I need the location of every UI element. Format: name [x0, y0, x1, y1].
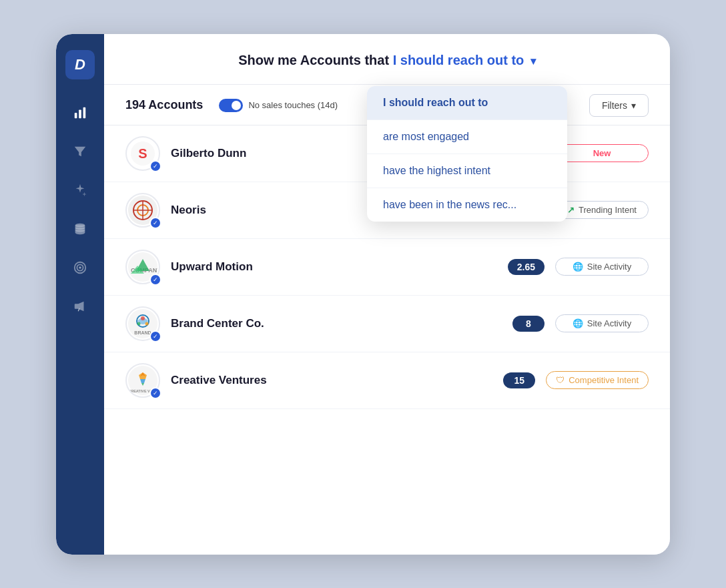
company-logo-container: S ✓: [125, 136, 160, 171]
header-title: Show me Accounts that I should reach out…: [125, 53, 649, 68]
status-badge: 🛡 Competitive Intent: [546, 371, 649, 389]
globe-icon: 🌐: [573, 262, 583, 272]
app-logo: D: [65, 50, 95, 79]
status-badge: 🌐 Site Activity: [555, 258, 649, 276]
toggle-label: No sales touches (14d): [248, 100, 338, 110]
svg-point-22: [137, 322, 141, 325]
svg-point-21: [141, 316, 145, 320]
svg-rect-2: [83, 107, 86, 118]
svg-rect-1: [79, 109, 81, 118]
company-logo-container: ✓: [125, 193, 160, 228]
score-badge: 15: [503, 372, 535, 388]
verified-badge: ✓: [149, 160, 161, 172]
score-badge: 8: [512, 316, 544, 332]
status-badge: 🌐 Site Activity: [555, 314, 649, 332]
company-logo-container: COMPANY N ✓: [125, 250, 160, 284]
company-name: Creative Ventures: [171, 374, 492, 387]
no-sales-touches-toggle[interactable]: [219, 99, 243, 112]
sidebar-item-sparkle[interactable]: [65, 176, 95, 205]
shield-icon: 🛡: [556, 375, 565, 385]
status-badge: New: [555, 144, 649, 162]
main-content: Show me Accounts that I should reach out…: [104, 34, 670, 555]
svg-text:S: S: [138, 146, 147, 161]
sidebar-item-megaphone[interactable]: [65, 292, 95, 321]
company-logo-container: CREATIVE VENT ✓: [125, 363, 160, 398]
toggle-row: No sales touches (14d): [219, 99, 338, 112]
svg-text:BRAND: BRAND: [134, 330, 151, 335]
svg-point-23: [145, 322, 149, 325]
dropdown-item-engaged[interactable]: are most engaged: [367, 120, 567, 154]
verified-badge: ✓: [149, 274, 161, 286]
table-row[interactable]: BRAND ✓ Brand Center Co. 8 🌐 Site Ac: [104, 296, 670, 352]
dropdown-item-highest-intent[interactable]: have the highest intent: [367, 154, 567, 188]
verified-badge: ✓: [149, 387, 161, 399]
company-name: Brand Center Co.: [171, 317, 502, 330]
sidebar-item-funnel[interactable]: [65, 137, 95, 166]
svg-rect-0: [75, 113, 77, 118]
filters-button[interactable]: Filters ▾: [589, 94, 649, 117]
company-logo-container: BRAND ✓: [125, 306, 160, 341]
chevron-down-icon: ▾: [530, 55, 536, 67]
header-area: Show me Accounts that I should reach out…: [104, 34, 670, 85]
score-badge: 2.65: [508, 259, 544, 275]
status-badge: ↗ Trending Intent: [555, 201, 649, 219]
app-container: D Show me Accounts that I should reach: [56, 34, 670, 555]
dropdown-item-reach-out[interactable]: I should reach out to: [367, 86, 567, 120]
chevron-down-icon: ▾: [631, 100, 636, 111]
sidebar-item-target[interactable]: [65, 253, 95, 282]
filter-dropdown-trigger[interactable]: I should reach out to ▾: [393, 53, 536, 67]
sidebar: D: [56, 34, 104, 555]
table-row[interactable]: CREATIVE VENT ✓ Creative Ventures 15 🛡 C…: [104, 352, 670, 409]
table-row[interactable]: COMPANY N ✓ Upward Motion 2.65 🌐 Site Ac…: [104, 239, 670, 296]
verified-badge: ✓: [149, 330, 161, 342]
globe-icon: 🌐: [573, 318, 583, 328]
sidebar-item-analytics[interactable]: [65, 98, 95, 127]
verified-badge: ✓: [149, 217, 161, 229]
sidebar-item-database[interactable]: [65, 214, 95, 244]
svg-point-6: [79, 267, 81, 268]
dropdown-item-news[interactable]: have been in the news rec...: [367, 188, 567, 222]
company-name: Upward Motion: [171, 260, 497, 274]
trending-icon: ↗: [567, 205, 575, 215]
filter-label: Filters: [602, 100, 627, 111]
accounts-count: 194 Accounts: [125, 98, 203, 112]
filter-dropdown-menu: I should reach out to are most engaged h…: [367, 86, 567, 222]
